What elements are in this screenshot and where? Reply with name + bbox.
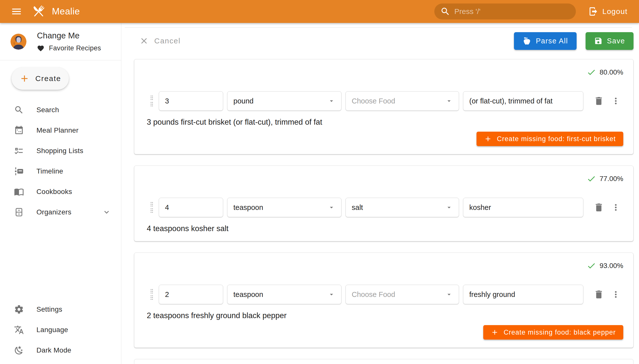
plus-icon xyxy=(19,73,30,84)
food-select[interactable]: Choose Food xyxy=(345,285,459,304)
note-input[interactable] xyxy=(469,97,577,105)
create-missing-food-label: Create missing food: first-cut brisket xyxy=(497,135,616,143)
parse-all-label: Parse All xyxy=(536,37,568,45)
search-input[interactable] xyxy=(454,7,570,16)
quantity-field[interactable] xyxy=(159,285,223,304)
moon-stars-icon xyxy=(14,345,24,355)
create-button-label: Create xyxy=(35,74,61,83)
sidebar-item-search[interactable]: Search xyxy=(0,100,121,120)
save-label: Save xyxy=(607,37,625,45)
close-icon xyxy=(139,36,149,46)
more-options-button[interactable] xyxy=(610,202,622,214)
unit-select[interactable]: teaspoon xyxy=(227,198,341,217)
app-title: Mealie xyxy=(52,6,80,17)
quantity-input[interactable] xyxy=(165,97,217,105)
logout-button[interactable]: Logout xyxy=(586,4,630,20)
ingredient-card-3: 93.00% teaspoon xyxy=(134,252,633,348)
note-input[interactable] xyxy=(469,204,577,212)
sidebar-item-meal-planner[interactable]: Meal Planner xyxy=(0,120,121,140)
original-ingredient-text: 2 teaspoons freshly ground black pepper xyxy=(147,311,623,320)
sidebar-divider xyxy=(0,60,121,60)
food-select[interactable]: salt xyxy=(345,198,459,217)
note-field[interactable] xyxy=(463,198,583,217)
hamburger-menu-button[interactable] xyxy=(9,4,25,20)
ingredient-fields-row: teaspoon Choose Food xyxy=(147,285,623,304)
delete-button[interactable] xyxy=(593,202,605,214)
mealie-app: Mealie Logout xyxy=(0,0,639,364)
sidebar-item-organizers[interactable]: Organizers xyxy=(0,202,121,222)
drag-handle-icon[interactable] xyxy=(147,200,157,215)
menu-down-icon xyxy=(328,204,335,211)
trash-icon xyxy=(593,202,604,213)
confidence-value: 77.00% xyxy=(599,175,623,183)
translate-icon xyxy=(14,325,24,335)
delete-button[interactable] xyxy=(593,288,605,300)
menu-down-icon xyxy=(328,291,335,298)
quantity-input[interactable] xyxy=(165,290,217,299)
quantity-input[interactable] xyxy=(165,204,217,212)
delete-button[interactable] xyxy=(593,95,605,107)
trash-icon xyxy=(593,96,604,106)
ingredient-card-4-partial xyxy=(134,359,633,364)
content-top-divider xyxy=(125,28,632,28)
unit-select[interactable]: pound xyxy=(227,91,341,111)
original-ingredient-text: 4 teaspoons kosher salt xyxy=(147,224,623,233)
sidebar-item-label: Cookbooks xyxy=(37,188,121,196)
sidebar-item-shopping-lists[interactable]: Shopping Lists xyxy=(0,140,121,161)
drag-handle-icon[interactable] xyxy=(147,287,157,302)
ingredient-list: 80.00% pound C xyxy=(134,59,633,364)
sidebar-item-label: Timeline xyxy=(37,167,121,175)
logout-icon xyxy=(588,6,598,16)
note-field[interactable] xyxy=(463,285,583,304)
sidebar-item-language[interactable]: Language xyxy=(0,320,121,340)
dots-vertical-icon xyxy=(611,96,621,106)
create-button[interactable]: Create xyxy=(12,67,69,90)
quantity-field[interactable] xyxy=(159,198,223,217)
note-field[interactable] xyxy=(463,91,583,111)
sidebar-item-label: Shopping Lists xyxy=(37,147,121,155)
user-profile[interactable]: Change Me Favorite Recipes xyxy=(0,23,121,60)
sidebar-item-timeline[interactable]: Timeline xyxy=(0,161,121,182)
favorite-recipes-link[interactable]: Favorite Recipes xyxy=(37,44,101,52)
save-icon xyxy=(594,37,602,45)
more-options-button[interactable] xyxy=(610,95,622,107)
sidebar-footer-nav: Settings Language Dark Mode xyxy=(0,299,121,360)
food-placeholder: Choose Food xyxy=(352,290,395,299)
parser-toolbar: Cancel Parse All Save xyxy=(121,32,639,50)
sidebar-item-label: Language xyxy=(37,326,121,334)
cancel-button[interactable]: Cancel xyxy=(139,36,180,46)
drag-handle-icon[interactable] xyxy=(147,94,157,108)
app-bar: Mealie Logout xyxy=(0,0,639,23)
quantity-field[interactable] xyxy=(159,91,223,111)
avatar[interactable] xyxy=(11,34,27,50)
sidebar: Change Me Favorite Recipes Create xyxy=(0,23,121,364)
parse-all-button[interactable]: Parse All xyxy=(514,32,577,50)
note-input[interactable] xyxy=(469,290,577,299)
row-actions xyxy=(593,202,622,214)
gear-icon xyxy=(14,304,24,314)
save-button[interactable]: Save xyxy=(586,32,634,50)
ingredient-fields-row: teaspoon salt xyxy=(147,198,623,217)
global-search[interactable] xyxy=(434,4,576,20)
menu-down-icon xyxy=(445,291,453,298)
list-checks-icon xyxy=(14,146,24,156)
user-name: Change Me xyxy=(37,31,101,40)
create-missing-food-button[interactable]: Create missing food: black pepper xyxy=(483,325,623,340)
unit-select[interactable]: teaspoon xyxy=(227,285,341,304)
sidebar-item-settings[interactable]: Settings xyxy=(0,299,121,320)
confidence-value: 93.00% xyxy=(599,262,623,270)
more-options-button[interactable] xyxy=(610,288,622,300)
sidebar-item-cookbooks[interactable]: Cookbooks xyxy=(0,182,121,202)
unit-value: pound xyxy=(233,97,254,105)
mealie-logo[interactable] xyxy=(31,4,46,19)
ingredient-fields-row: pound Choose Food xyxy=(147,91,623,111)
sidebar-item-label: Search xyxy=(37,106,121,114)
check-icon xyxy=(587,174,596,184)
plus-icon xyxy=(491,328,499,336)
food-select[interactable]: Choose Food xyxy=(345,91,459,111)
create-missing-food-button[interactable]: Create missing food: first-cut brisket xyxy=(477,132,623,146)
sidebar-item-dark-mode[interactable]: Dark Mode xyxy=(0,340,121,360)
sidebar-nav: Search Meal Planner Shopping Lists xyxy=(0,100,121,222)
ingredient-card-1: 80.00% pound C xyxy=(134,59,633,154)
food-placeholder: Choose Food xyxy=(352,97,395,105)
